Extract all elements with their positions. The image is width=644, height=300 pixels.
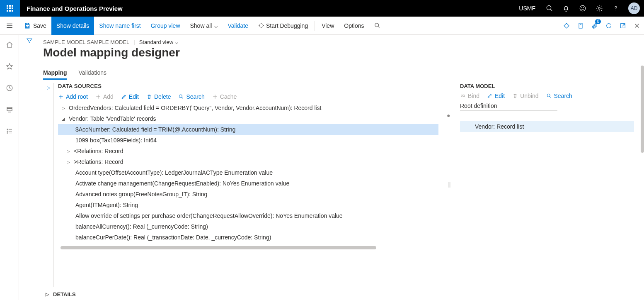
validate-button[interactable]: Validate bbox=[223, 17, 253, 35]
app-launcher-button[interactable] bbox=[0, 0, 20, 17]
save-label: Save bbox=[33, 22, 46, 29]
tree-row[interactable]: Activate change management(ChangeRequest… bbox=[58, 178, 438, 189]
view-selector[interactable]: Standard view ⌵ bbox=[139, 39, 178, 45]
svg-point-11 bbox=[259, 24, 263, 27]
panel-collapse-handle[interactable]: ▷ bbox=[43, 83, 54, 287]
data-model-panel: DATA MODEL Bind Edit Unbind Search Root … bbox=[460, 83, 634, 287]
options-button[interactable]: Options bbox=[339, 17, 369, 35]
left-rail bbox=[0, 35, 19, 300]
edit-button[interactable]: Edit bbox=[121, 93, 139, 100]
svg-point-0 bbox=[547, 5, 551, 10]
tree-row-label: OrderedVendors: Calculated field = ORDER… bbox=[69, 105, 322, 111]
root-definition-label: Root definition bbox=[460, 102, 634, 109]
funnel-icon bbox=[26, 37, 33, 44]
add-root-button[interactable]: Add root bbox=[58, 93, 88, 100]
tree-row[interactable]: ▷OrderedVendors: Calculated field = ORDE… bbox=[58, 102, 438, 113]
show-name-first-button[interactable]: Show name first bbox=[94, 17, 145, 35]
tree-row-label: >Relations: Record bbox=[74, 159, 123, 165]
start-debugging-button[interactable]: Start Debugging bbox=[253, 17, 313, 35]
tree-row-label: 1099 box(Tax1099Fields): Int64 bbox=[75, 137, 157, 144]
expander-icon[interactable]: ◢ bbox=[61, 117, 66, 121]
tree-row[interactable]: Allow override of settings per purchase … bbox=[58, 210, 438, 221]
tree-row[interactable]: Account type(OffsetAccountType): LedgerJ… bbox=[58, 167, 438, 178]
tree-row-label: Vendor: Table 'VendTable' records bbox=[69, 115, 156, 122]
svg-line-17 bbox=[378, 26, 379, 27]
clock-icon[interactable] bbox=[2, 80, 17, 95]
workspace-icon[interactable] bbox=[2, 102, 17, 117]
tree-row-label: Activate change management(ChangeRequest… bbox=[75, 180, 289, 187]
show-details-button[interactable]: Show details bbox=[51, 17, 94, 35]
group-view-button[interactable]: Group view bbox=[146, 17, 185, 35]
filter-column[interactable] bbox=[19, 35, 40, 300]
unbind-button: Unbind bbox=[512, 93, 538, 99]
details-title: DETAILS bbox=[53, 291, 76, 298]
svg-point-27 bbox=[7, 129, 8, 130]
chevron-down-icon: ⌵ bbox=[214, 22, 218, 29]
tree-row[interactable]: ▷<Relations: Record bbox=[58, 146, 438, 156]
save-button[interactable]: Save bbox=[19, 17, 51, 35]
tree-row[interactable]: $AccNumber: Calculated field = TRIM(@.Ac… bbox=[58, 124, 438, 135]
tree-row[interactable]: ◢Vendor: Table 'VendTable' records bbox=[58, 113, 438, 124]
data-model-title: DATA MODEL bbox=[460, 83, 634, 89]
data-sources-tree[interactable]: ▷OrderedVendors: Calculated field = ORDE… bbox=[58, 102, 438, 243]
tree-row[interactable]: balanceAllCurrency(): Real (_currencyCod… bbox=[58, 221, 438, 232]
tree-row[interactable]: Advanced notes group(FreeNotesGroup_IT):… bbox=[58, 189, 438, 200]
svg-point-3 bbox=[581, 7, 582, 8]
expander-icon[interactable]: ▷ bbox=[65, 160, 71, 164]
search-icon[interactable] bbox=[541, 0, 558, 17]
help-icon[interactable] bbox=[608, 0, 624, 17]
diamond-icon[interactable] bbox=[559, 17, 574, 35]
close-button[interactable] bbox=[630, 17, 644, 35]
expander-icon[interactable]: ▷ bbox=[61, 106, 66, 110]
cache-button: Cache bbox=[212, 93, 237, 100]
gear-icon[interactable] bbox=[591, 0, 608, 17]
page-scrollbar[interactable] bbox=[641, 66, 644, 153]
attachments-button[interactable]: 0 bbox=[588, 17, 602, 35]
expander-icon[interactable]: ▷ bbox=[65, 149, 71, 154]
dm-search-button[interactable]: Search bbox=[546, 93, 572, 99]
details-section-toggle[interactable]: ▷ DETAILS bbox=[43, 287, 634, 300]
svg-point-5 bbox=[598, 7, 600, 10]
bell-icon[interactable] bbox=[558, 0, 574, 17]
page-icon[interactable] bbox=[574, 17, 588, 35]
dm-edit-button[interactable]: Edit bbox=[487, 93, 505, 99]
show-all-dropdown[interactable]: Show all⌵ bbox=[185, 17, 223, 35]
tree-row[interactable]: Agent(ITMAgent): String bbox=[58, 200, 438, 210]
svg-point-6 bbox=[616, 10, 616, 10]
svg-line-42 bbox=[550, 96, 551, 98]
tree-row-label: Agent(ITMAgent): String bbox=[75, 202, 138, 208]
tree-row-label: balanceCurPerDate(): Real (_transactionD… bbox=[75, 234, 271, 241]
svg-line-38 bbox=[182, 97, 183, 98]
page-title: Model mapping designer bbox=[43, 46, 634, 59]
star-icon[interactable] bbox=[2, 59, 17, 74]
refresh-icon[interactable] bbox=[602, 17, 616, 35]
svg-point-41 bbox=[547, 94, 550, 97]
user-avatar[interactable]: AD bbox=[628, 2, 640, 14]
tab-mapping[interactable]: Mapping bbox=[43, 67, 67, 80]
tree-row[interactable]: balanceCurPerDate(): Real (_transactionD… bbox=[58, 232, 438, 243]
nav-toggle-button[interactable] bbox=[0, 17, 19, 35]
delete-button[interactable]: Delete bbox=[146, 93, 171, 100]
data-model-node[interactable]: Vendor: Record list bbox=[460, 121, 634, 132]
main-content: SAMPLE MODEL SAMPLE MODEL | Standard vie… bbox=[40, 35, 644, 300]
list-icon[interactable] bbox=[2, 124, 17, 139]
search-button[interactable]: Search bbox=[178, 93, 204, 100]
tree-row[interactable]: 1099 box(Tax1099Fields): Int64 bbox=[58, 135, 438, 146]
add-button: Add bbox=[95, 93, 114, 100]
tree-row[interactable]: ▷>Relations: Record bbox=[58, 156, 438, 167]
splitter-handle[interactable]: ‖ bbox=[447, 181, 452, 188]
tabs: Mapping Validations bbox=[43, 67, 634, 80]
company-selector[interactable]: USMF bbox=[513, 5, 541, 12]
horizontal-scrollbar[interactable] bbox=[61, 246, 376, 249]
data-sources-title: DATA SOURCES bbox=[58, 83, 438, 89]
popout-icon[interactable] bbox=[616, 17, 630, 35]
smile-icon[interactable] bbox=[574, 0, 591, 17]
data-sources-panel: ▷ DATA SOURCES Add root Add Edit Delete … bbox=[43, 83, 438, 287]
actionbar-search-button[interactable] bbox=[369, 17, 385, 35]
tree-row-label: Allow override of settings per purchase … bbox=[75, 212, 343, 219]
view-button[interactable]: View bbox=[317, 17, 339, 35]
tab-validations[interactable]: Validations bbox=[79, 67, 107, 80]
app-title: Finance and Operations Preview bbox=[20, 5, 129, 12]
home-icon[interactable] bbox=[2, 37, 17, 52]
breadcrumb: SAMPLE MODEL SAMPLE MODEL | Standard vie… bbox=[43, 39, 634, 45]
